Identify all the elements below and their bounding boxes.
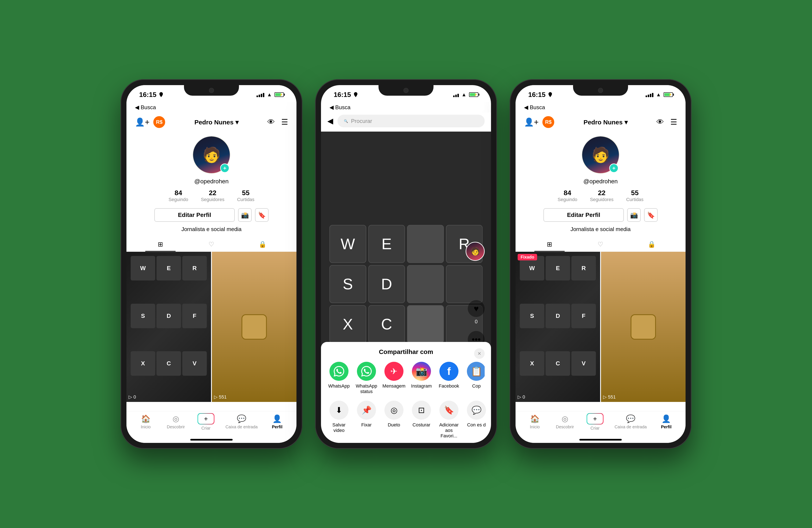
top-bar-right-left: 👁 ☰ — [267, 118, 288, 126]
rkey-v: V — [571, 351, 596, 376]
video-author-avatar[interactable]: 🧑 — [466, 242, 485, 261]
camera-middle — [404, 88, 408, 93]
add-user-icon-right[interactable]: 👤+ — [524, 117, 539, 127]
avatar-plus-right[interactable]: + — [609, 164, 619, 173]
video-thumb-food-left[interactable]: ▷ 551 — [212, 252, 296, 402]
location-icon-middle — [353, 92, 359, 97]
menu-icon-right[interactable]: ☰ — [670, 118, 677, 126]
tab-private-left[interactable]: 🔒 — [237, 237, 288, 252]
nav-home-left[interactable]: 🏠 Inicio — [135, 414, 156, 429]
username-right[interactable]: Pedro Nunes ▾ — [583, 119, 627, 126]
like-icon: ♥ — [468, 300, 485, 317]
stat-label-following-left: Seguindo — [169, 197, 188, 202]
share-copy[interactable]: 📋 Cop — [465, 362, 485, 394]
create-btn-left[interactable]: + — [198, 413, 214, 424]
menu-icon-left[interactable]: ☰ — [281, 118, 288, 126]
nav-profile-icon-right: 👤 — [662, 414, 671, 423]
eye-icon-right[interactable]: 👁 — [656, 118, 664, 126]
camera-left — [209, 88, 214, 93]
avatar-small-right[interactable]: R$ — [542, 116, 555, 129]
avatar-plus-left[interactable]: + — [220, 164, 229, 173]
nav-create-right[interactable]: + Criar — [584, 413, 606, 431]
search-input-field[interactable]: 🔍 Procurar — [337, 115, 485, 127]
rbar3 — [650, 94, 651, 97]
share-action-duet[interactable]: ◎ Dueto — [382, 401, 406, 439]
instagram-label: Instagram — [411, 383, 432, 389]
like-action[interactable]: ♥ 0 — [468, 300, 485, 325]
share-action-more[interactable]: 💬 Con es d — [465, 401, 488, 439]
share-mensagem[interactable]: ✈ Mensagem — [382, 362, 406, 394]
tab-grid-right[interactable]: ⊞ — [524, 237, 575, 252]
instagram-icon-right[interactable]: 📸 — [627, 208, 641, 222]
bar4 — [263, 93, 264, 97]
stat-likes-left[interactable]: 55 Curtidas — [237, 189, 255, 202]
nav-inbox-right[interactable]: 💬 Caixa de entrada — [614, 414, 647, 429]
rbar2 — [648, 95, 649, 97]
share-action-pin[interactable]: 📌 Fixar — [355, 401, 378, 439]
nav-create-left[interactable]: + Criar — [195, 413, 217, 431]
tab-grid-left[interactable]: ⊞ — [135, 237, 186, 252]
charging-right: ⚡ — [668, 93, 672, 96]
nav-profile-left[interactable]: 👤 Perfil — [267, 414, 288, 429]
profile-section-left: 🧑 + @opedrohen 84 Seguindo 22 Seguidores… — [127, 132, 296, 237]
back-nav-text-middle: ◀ Busca — [330, 104, 351, 111]
home-indicator-right — [516, 437, 685, 443]
video-grid-right: W E R S D F X C V Fixado ▷ 0 ▷ 551 — [516, 252, 685, 411]
share-action-save[interactable]: ⬇ Salvar video — [327, 401, 351, 439]
nav-home-right[interactable]: 🏠 Inicio — [524, 414, 545, 429]
stat-following-right[interactable]: 84 Seguindo — [557, 189, 577, 202]
stat-likes-right[interactable]: 55 Curtidas — [626, 189, 643, 202]
tab-liked-left[interactable]: ♡ — [186, 237, 237, 252]
share-action-stitch[interactable]: ⊡ Costurar — [410, 401, 433, 439]
share-action-favorites[interactable]: 🔖 Adicionar aos Favori... — [437, 401, 461, 439]
stat-followers-right[interactable]: 22 Seguidores — [590, 189, 613, 202]
avatar-small-left[interactable]: R$ — [153, 116, 165, 129]
share-whatsapp[interactable]: WhatsApp — [327, 362, 351, 394]
time-text-right: 16:15 — [528, 91, 546, 99]
stat-followers-left[interactable]: 22 Seguidores — [201, 189, 224, 202]
search-back-btn[interactable]: ◀ — [327, 117, 333, 125]
nav-inbox-left[interactable]: 💬 Caixa de entrada — [226, 414, 258, 429]
edit-profile-btn-right[interactable]: Editar Perfil — [543, 208, 624, 222]
nav-discover-right[interactable]: ◎ Descobrir — [554, 414, 575, 429]
tab-liked-right[interactable]: ♡ — [575, 237, 626, 252]
share-facebook[interactable]: f Facebook — [437, 362, 461, 394]
stat-label-following-right: Seguindo — [557, 197, 577, 202]
home-bar-left — [190, 439, 233, 440]
video-thumb-keyboard-right[interactable]: W E R S D F X C V Fixado ▷ 0 — [516, 252, 600, 402]
duet-label: Dueto — [388, 422, 400, 428]
video-side-actions: ♥ 0 ••• — [468, 300, 485, 348]
time-text-middle: 16:15 — [334, 91, 351, 99]
back-nav-left: ◀ Busca — [127, 102, 296, 112]
add-user-icon-left[interactable]: 👤+ — [135, 117, 149, 127]
share-sheet: Compartilhar com × WhatsApp WhatsApp sta… — [321, 342, 491, 443]
share-close-btn[interactable]: × — [474, 348, 485, 359]
share-instagram[interactable]: 📸 Instagram — [410, 362, 433, 394]
nav-discover-left[interactable]: ◎ Descobrir — [165, 414, 186, 429]
share-whatsapp-status[interactable]: WhatsApp status — [355, 362, 378, 394]
key-d-left: D — [157, 304, 181, 328]
whatsapp-status-icon — [357, 362, 376, 381]
tab-private-right[interactable]: 🔒 — [626, 237, 677, 252]
bookmark-icon-left[interactable]: 🔖 — [255, 208, 269, 222]
video-thumb-keyboard-left[interactable]: W E R S D F X C V ▷ 0 — [127, 252, 211, 402]
favorites-icon: 🔖 — [439, 401, 459, 420]
profile-handle-right: @opedrohen — [583, 178, 618, 185]
create-btn-right[interactable]: + — [586, 413, 604, 424]
instagram-icon-left[interactable]: 📸 — [238, 208, 252, 222]
bookmark-icon-right[interactable]: 🔖 — [644, 208, 658, 222]
profile-bio-right: Jornalista e social media — [570, 226, 631, 232]
search-icon-middle: 🔍 — [344, 119, 348, 123]
big-key-d: D — [368, 265, 405, 303]
username-left[interactable]: Pedro Nunes ▾ — [194, 119, 238, 126]
eye-icon-left[interactable]: 👁 — [267, 118, 275, 126]
search-placeholder: Procurar — [351, 118, 372, 124]
edit-profile-btn-left[interactable]: Editar Perfil — [154, 208, 235, 222]
big-key-s: S — [330, 265, 366, 303]
video-thumb-food-right[interactable]: ▷ 551 — [601, 252, 685, 402]
stat-following-left[interactable]: 84 Seguindo — [169, 189, 188, 202]
nav-profile-right[interactable]: 👤 Perfil — [656, 414, 677, 429]
big-key-e: E — [368, 225, 405, 263]
content-tabs-right: ⊞ ♡ 🔒 — [516, 237, 685, 252]
notch-right — [573, 85, 628, 96]
